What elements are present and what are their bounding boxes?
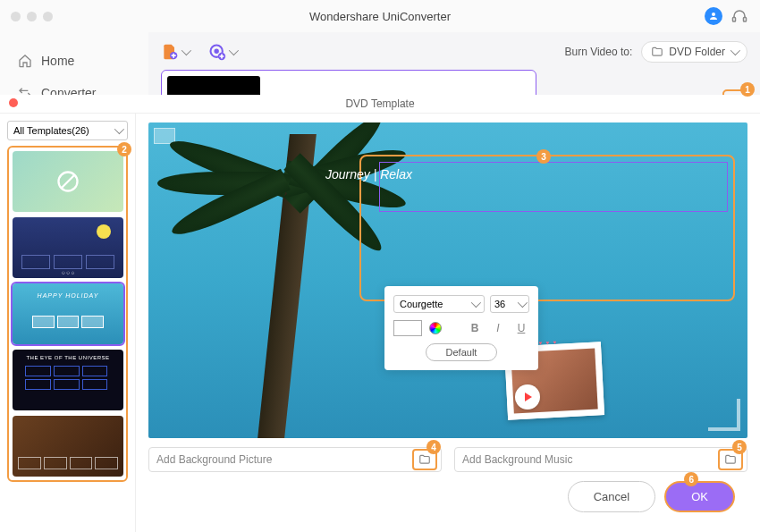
callout-3: 3 (536, 149, 551, 164)
folder-icon (651, 46, 663, 58)
template-list: 2 ○ ○ ○ HAPPY HOLIDAY THE EYE OF THE UNI… (7, 146, 128, 482)
default-button[interactable]: Default (426, 343, 497, 361)
callout-6: 6 (684, 472, 698, 486)
template-blank[interactable] (13, 151, 123, 212)
app-title: Wondershare UniConverter (309, 10, 451, 23)
user-avatar[interactable] (705, 7, 722, 25)
ok-label: OK (691, 490, 708, 503)
folder-icon (724, 453, 737, 466)
bg-music-placeholder: Add Background Music (462, 453, 572, 466)
corner-mark-icon (708, 399, 740, 431)
burn-target-select[interactable]: DVD Folder (641, 41, 747, 63)
svg-point-5 (215, 50, 218, 53)
user-icon (708, 11, 719, 21)
support-icon[interactable] (731, 8, 747, 24)
cancel-button[interactable]: Cancel (568, 481, 655, 512)
modal-close-button[interactable] (9, 98, 18, 107)
chevron-down-icon (229, 46, 239, 55)
chevron-down-icon (471, 298, 481, 308)
dvd-template-modal: DVD Template All Templates(26) 2 ○ ○ ○ H… (0, 95, 760, 532)
chevron-down-icon (518, 298, 528, 308)
bold-button[interactable]: B (467, 320, 483, 336)
template-eye-universe[interactable]: THE EYE OF THE UNIVERSE (13, 350, 123, 410)
template-sidebar: All Templates(26) 2 ○ ○ ○ HAPPY HOLIDAY (0, 114, 136, 532)
template-night-sky[interactable]: ○ ○ ○ (13, 217, 123, 278)
text-bounds[interactable] (379, 162, 728, 212)
home-icon (18, 54, 32, 68)
chevron-down-icon (182, 46, 191, 55)
svg-point-0 (712, 13, 715, 16)
no-icon (55, 169, 80, 194)
template-filter-value: All Templates(26) (13, 125, 89, 136)
disc-icon (208, 43, 226, 61)
font-size-value: 36 (494, 299, 505, 309)
font-panel: Courgette 36 B I U Default (384, 286, 538, 370)
italic-button[interactable]: I (490, 320, 506, 336)
modal-titlebar: DVD Template (0, 95, 760, 114)
bg-music-input[interactable]: Add Background Music 5 (454, 447, 747, 472)
preview-area: 3 Journey | Relax ♥♥♥♥♥♥♥ Courgette (136, 114, 760, 532)
titlebar: Wondershare UniConverter (0, 0, 760, 32)
play-button[interactable] (515, 384, 540, 410)
add-file-button[interactable] (161, 43, 189, 61)
callout-4: 4 (426, 440, 441, 454)
bg-picture-browse-button[interactable]: 4 (412, 449, 437, 470)
underline-button[interactable]: U (513, 320, 529, 336)
bg-music-browse-button[interactable]: 5 (718, 449, 743, 470)
bg-picture-placeholder: Add Background Picture (156, 453, 272, 466)
nav-home[interactable]: Home (0, 45, 148, 77)
template-happy-holiday[interactable]: HAPPY HOLIDAY (13, 283, 123, 344)
chevron-down-icon (730, 46, 740, 55)
window-controls[interactable] (11, 12, 53, 21)
nav-home-label: Home (41, 54, 74, 68)
svg-rect-2 (744, 18, 747, 22)
overlay-text[interactable]: Journey | Relax (325, 167, 412, 182)
font-family-value: Courgette (400, 299, 443, 309)
template-wedding[interactable] (13, 416, 123, 477)
font-color-swatch[interactable] (393, 320, 422, 336)
callout-5: 5 (732, 440, 747, 454)
ok-button[interactable]: 6 OK (664, 481, 735, 512)
modal-title-text: DVD Template (345, 97, 414, 110)
color-picker-icon[interactable] (429, 322, 442, 334)
burn-target-value: DVD Folder (669, 46, 725, 58)
burn-to-label: Burn Video to: (564, 46, 632, 58)
add-file-icon (161, 43, 179, 61)
svg-rect-1 (733, 18, 736, 22)
font-family-select[interactable]: Courgette (393, 295, 485, 313)
play-icon (525, 393, 532, 401)
template-filter-select[interactable]: All Templates(26) (7, 121, 128, 140)
chevron-down-icon (114, 124, 124, 134)
preview-canvas: 3 Journey | Relax ♥♥♥♥♥♥♥ (148, 122, 747, 438)
callout-1: 1 (740, 82, 755, 97)
text-edit-zone[interactable]: 3 (359, 155, 735, 301)
callout-2: 2 (117, 142, 131, 156)
add-disc-button[interactable] (208, 43, 236, 61)
folder-icon (418, 453, 431, 466)
font-size-select[interactable]: 36 (490, 295, 529, 313)
bg-picture-input[interactable]: Add Background Picture 4 (148, 447, 442, 472)
